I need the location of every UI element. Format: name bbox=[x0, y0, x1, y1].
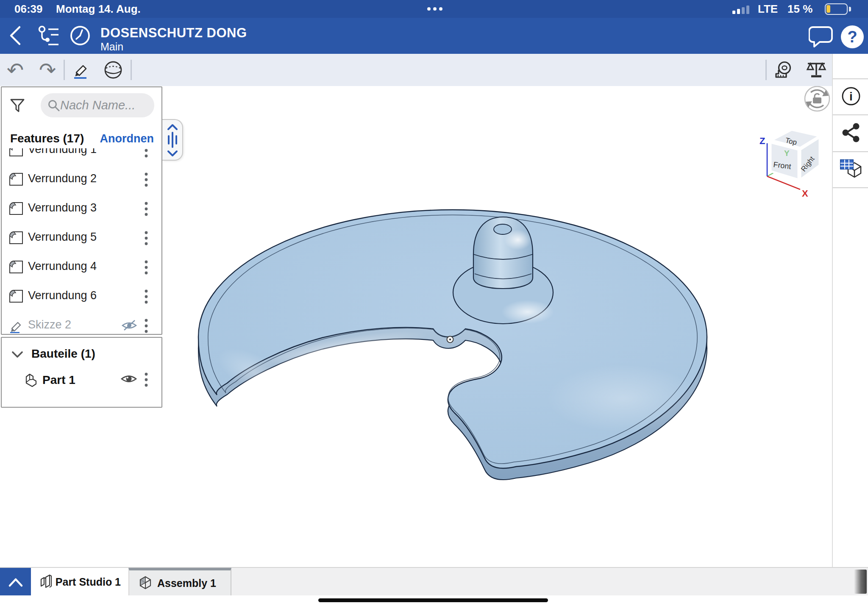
search-input[interactable] bbox=[60, 98, 145, 112]
chevron-down-icon[interactable] bbox=[167, 150, 178, 157]
status-time: 06:39 bbox=[14, 0, 43, 18]
carrier-label: LTE bbox=[758, 0, 778, 18]
info-button[interactable]: i bbox=[841, 86, 861, 106]
parts-list-panel: Bauteile (1) Part 1 bbox=[1, 337, 162, 408]
multitasking-indicator-icon bbox=[427, 7, 431, 11]
bom-table-button[interactable] bbox=[839, 158, 863, 181]
overflow-menu-icon[interactable] bbox=[144, 201, 156, 217]
right-sidebar: i bbox=[832, 54, 868, 567]
overflow-menu-icon[interactable] bbox=[144, 318, 156, 333]
search-icon bbox=[47, 99, 60, 112]
feature-name: Verrundung 3 bbox=[28, 201, 97, 214]
overflow-menu-icon[interactable] bbox=[144, 372, 156, 388]
battery-icon bbox=[825, 3, 848, 15]
ios-status-bar: 06:39 Montag 14. Aug. LTE 15 % bbox=[0, 0, 868, 18]
fillet-icon bbox=[8, 172, 24, 188]
feature-name: Skizze 2 bbox=[28, 318, 71, 331]
part-icon bbox=[22, 372, 39, 390]
help-button[interactable]: ? bbox=[841, 25, 864, 48]
tab-label: Assembly 1 bbox=[157, 577, 216, 589]
workspace-name: Main bbox=[100, 41, 123, 53]
versions-icon[interactable] bbox=[37, 25, 61, 47]
assembly-icon bbox=[137, 575, 154, 592]
document-tab-bar: Part Studio 1 Assembly 1 bbox=[0, 567, 868, 595]
document-title: DOSENSCHUTZ DONG bbox=[100, 25, 247, 41]
expand-tabs-button[interactable] bbox=[0, 568, 31, 596]
view-sphere-button[interactable] bbox=[103, 60, 123, 80]
redo-button[interactable]: ↷ bbox=[39, 59, 56, 81]
overflow-menu-icon[interactable] bbox=[144, 230, 156, 246]
overflow-menu-icon[interactable] bbox=[144, 259, 156, 275]
overflow-menu-icon[interactable] bbox=[144, 172, 156, 188]
feature-name: Verrundung 1 bbox=[28, 148, 97, 156]
feature-row[interactable]: Verrundung 3 bbox=[2, 194, 161, 223]
features-header: Features (17) bbox=[10, 132, 84, 145]
sliders-icon bbox=[167, 132, 178, 148]
parts-header-row[interactable]: Bauteile (1) bbox=[2, 345, 161, 367]
feature-row-hidden-sketch[interactable]: Skizze 2 bbox=[2, 311, 161, 333]
feature-row[interactable]: Verrundung 1 bbox=[2, 148, 161, 165]
feature-row[interactable]: Verrundung 4 bbox=[2, 253, 161, 282]
part-name: Part 1 bbox=[42, 373, 75, 387]
parts-header: Bauteile (1) bbox=[31, 347, 95, 361]
document-header: DOSENSCHUTZ DONG Main ? bbox=[0, 18, 868, 54]
feature-list-panel: Features (17) Anordnen Verrundung 1 Verr… bbox=[1, 86, 162, 335]
home-indicator-area bbox=[0, 595, 868, 606]
battery-cap bbox=[849, 7, 851, 11]
feature-row[interactable]: Verrundung 5 bbox=[2, 223, 161, 253]
feature-name: Verrundung 6 bbox=[28, 289, 97, 302]
tab-assembly[interactable]: Assembly 1 bbox=[128, 568, 231, 596]
comments-icon[interactable] bbox=[809, 25, 833, 48]
svg-text:i: i bbox=[849, 90, 853, 103]
overflow-menu-icon[interactable] bbox=[144, 289, 156, 305]
mass-properties-button[interactable] bbox=[806, 60, 827, 80]
part-row[interactable]: Part 1 bbox=[2, 368, 161, 394]
feature-name: Verrundung 4 bbox=[28, 260, 97, 273]
fillet-icon bbox=[8, 289, 24, 305]
share-button[interactable] bbox=[841, 122, 861, 143]
filter-icon[interactable] bbox=[9, 97, 26, 114]
status-date: Montag 14. Aug. bbox=[56, 0, 141, 18]
visible-eye-icon[interactable] bbox=[120, 372, 138, 387]
sketch-icon bbox=[8, 318, 24, 333]
chevron-down-icon[interactable] bbox=[11, 350, 24, 361]
fillet-icon bbox=[8, 201, 24, 217]
cellular-signal-icon bbox=[732, 4, 751, 14]
measure-tool-button[interactable] bbox=[774, 61, 794, 80]
feature-row[interactable]: Verrundung 6 bbox=[2, 282, 161, 311]
feature-name: Verrundung 2 bbox=[28, 172, 97, 185]
back-button[interactable] bbox=[8, 25, 25, 47]
onshape-app: Top Front Right Y Z X 06:39 Montag 14. A… bbox=[0, 0, 868, 606]
feature-list: Verrundung 1 Verrundung 2 Verrundung 3 V… bbox=[2, 148, 161, 333]
tab-scroll-indicator[interactable] bbox=[854, 570, 867, 594]
fillet-icon bbox=[8, 231, 24, 247]
feature-name: Verrundung 5 bbox=[28, 231, 97, 244]
feature-row[interactable]: Verrundung 2 bbox=[2, 165, 161, 194]
battery-percent-label: 15 % bbox=[787, 0, 812, 18]
fillet-icon bbox=[8, 260, 24, 276]
home-indicator[interactable] bbox=[318, 598, 548, 602]
hidden-eye-icon[interactable] bbox=[121, 319, 138, 333]
toolbar: ↶ ↷ bbox=[0, 54, 868, 86]
tab-label: Part Studio 1 bbox=[56, 576, 121, 588]
panel-resize-handle[interactable] bbox=[162, 119, 183, 161]
arrange-link[interactable]: Anordnen bbox=[100, 132, 154, 145]
chevron-up-icon[interactable] bbox=[167, 123, 178, 131]
fillet-icon bbox=[8, 148, 24, 159]
undo-button[interactable]: ↶ bbox=[7, 59, 24, 81]
history-clock-icon[interactable] bbox=[69, 25, 91, 47]
overflow-menu-icon[interactable] bbox=[144, 148, 156, 158]
tab-part-studio[interactable]: Part Studio 1 bbox=[31, 568, 128, 596]
part-studio-icon bbox=[39, 573, 52, 591]
feature-search-field[interactable] bbox=[41, 93, 154, 117]
sketch-tool-button[interactable] bbox=[72, 61, 91, 79]
